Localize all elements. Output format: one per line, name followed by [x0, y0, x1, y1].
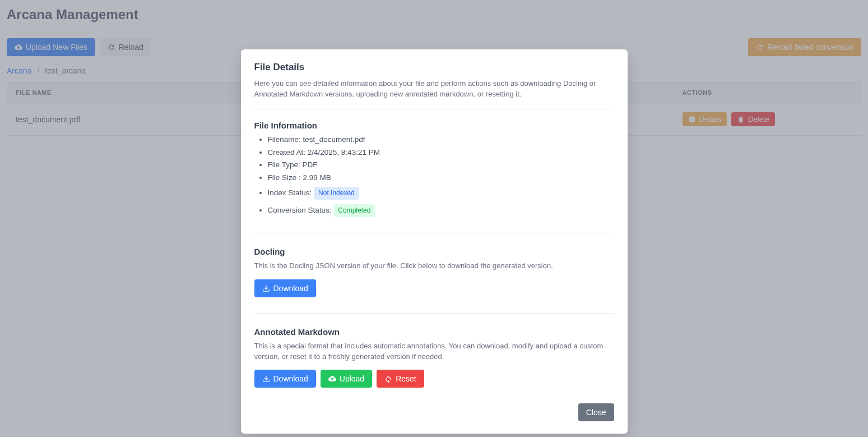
file-information-heading: File Information: [254, 121, 614, 130]
divider: [254, 233, 614, 233]
filename-value: test_document.pdf: [303, 135, 365, 144]
created-value: 2/4/2025, 8:43:21 PM: [308, 148, 380, 157]
conversion-status-badge: Completed: [333, 204, 375, 217]
docling-download-label: Download: [273, 284, 308, 293]
modal-intro: Here you can see detailed information ab…: [254, 79, 614, 100]
file-details-modal: File Details Here you can see detailed i…: [241, 49, 628, 434]
type-value: PDF: [303, 160, 318, 169]
type-label: File Type:: [268, 160, 300, 169]
annotated-download-button[interactable]: Download: [254, 370, 316, 388]
index-status-label: Index Status:: [268, 188, 312, 197]
info-conversion-status: Conversion Status: Completed: [268, 204, 614, 217]
annotated-upload-button[interactable]: Upload: [321, 370, 372, 388]
annotated-download-label: Download: [273, 374, 308, 383]
docling-heading: Docling: [254, 247, 614, 256]
annotated-reset-button[interactable]: Reset: [377, 370, 424, 388]
cloud-upload-icon: [328, 375, 336, 383]
size-label: File Size :: [268, 173, 301, 182]
info-created: Created At: 2/4/2025, 8:43:21 PM: [268, 148, 614, 158]
index-status-badge: Not Indexed: [314, 187, 359, 200]
info-size: File Size : 2.99 MB: [268, 173, 614, 183]
info-type: File Type: PDF: [268, 160, 614, 171]
annotated-upload-label: Upload: [340, 374, 364, 383]
reset-icon: [384, 375, 392, 383]
divider: [254, 109, 614, 109]
divider: [254, 313, 614, 314]
docling-download-button[interactable]: Download: [254, 279, 316, 297]
info-index-status: Index Status: Not Indexed: [268, 187, 614, 200]
created-label: Created At:: [268, 148, 306, 157]
filename-label: Filename:: [268, 135, 301, 144]
size-value: 2.99 MB: [303, 173, 331, 182]
conversion-status-label: Conversion Status:: [268, 206, 332, 214]
annotated-reset-label: Reset: [396, 374, 416, 383]
download-icon: [262, 375, 270, 383]
annotated-desc: This is a special format that includes a…: [254, 341, 614, 362]
close-button[interactable]: Close: [578, 403, 614, 421]
file-info-list: Filename: test_document.pdf Created At: …: [254, 135, 614, 217]
annotated-heading: Annotated Markdown: [254, 327, 614, 337]
modal-title: File Details: [254, 62, 614, 73]
modal-overlay[interactable]: File Details Here you can see detailed i…: [0, 0, 868, 437]
info-filename: Filename: test_document.pdf: [268, 135, 614, 145]
docling-desc: This is the Docling JSON version of your…: [254, 261, 614, 272]
download-icon: [262, 284, 270, 292]
